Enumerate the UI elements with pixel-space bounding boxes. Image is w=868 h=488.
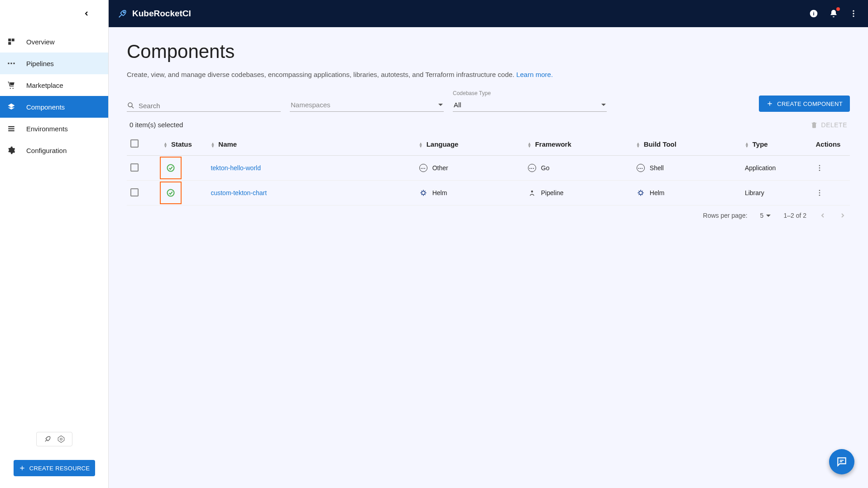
nav-marketplace[interactable]: Marketplace	[0, 74, 108, 96]
learn-more-link[interactable]: Learn more.	[516, 71, 553, 78]
other-icon: •••	[419, 163, 428, 172]
components-table: ▲▼Status ▲▼Name ▲▼Language ▲▼Framework ▲…	[127, 133, 850, 206]
header-type: Type	[753, 140, 768, 148]
chevron-down-icon	[766, 215, 771, 217]
svg-point-22	[168, 190, 174, 196]
svg-point-4	[853, 13, 854, 14]
app-header: KubeRocketCI i	[109, 0, 868, 27]
helm-icon	[419, 188, 428, 197]
brand-name: KubeRocketCI	[132, 9, 191, 19]
brand-area[interactable]: KubeRocketCI	[118, 9, 191, 19]
svg-point-28	[819, 195, 820, 196]
pipeline-fw-icon	[528, 188, 537, 197]
pipeline-icon	[6, 59, 16, 67]
framework-value: Pipeline	[541, 189, 564, 196]
sort-icon[interactable]: ▲▼	[211, 142, 215, 148]
go-icon: •••	[528, 163, 537, 172]
nav-label: Pipelines	[26, 60, 54, 67]
create-component-label: CREATE COMPONENT	[777, 100, 843, 107]
chat-icon	[836, 456, 848, 468]
sort-icon[interactable]: ▲▼	[419, 142, 423, 148]
create-resource-button[interactable]: CREATE RESOURCE	[14, 460, 95, 476]
rows-per-page-label: Rows per page:	[703, 212, 748, 219]
codebase-type-group[interactable]: Codebase Type All	[453, 90, 607, 112]
type-value: Library	[745, 189, 764, 196]
row-checkbox[interactable]	[130, 163, 139, 172]
buildtool-value: Shell	[650, 164, 664, 172]
nav-environments[interactable]: Environments	[0, 118, 108, 139]
header-buildtool: Build Tool	[644, 140, 676, 148]
header-language: Language	[427, 140, 459, 148]
trash-icon	[810, 121, 818, 129]
nav-label: Configuration	[26, 147, 67, 154]
svg-rect-10	[11, 63, 12, 64]
shell-icon: •••	[636, 163, 645, 172]
gear-icon	[6, 146, 16, 154]
svg-point-26	[819, 190, 820, 191]
pagination: Rows per page: 5 1–2 of 2	[127, 206, 850, 225]
row-actions-icon[interactable]	[815, 189, 846, 197]
nav-pipelines[interactable]: Pipelines	[0, 53, 108, 74]
sort-icon[interactable]: ▲▼	[163, 142, 168, 148]
main-content: Components Create, view, and manage dive…	[109, 27, 868, 488]
info-icon[interactable]: i	[808, 8, 819, 19]
next-page-icon[interactable]	[839, 212, 846, 219]
filter-bar: Namespaces Codebase Type All CREATE COMP…	[127, 90, 850, 112]
nav-components[interactable]: Components	[0, 96, 108, 118]
prev-page-icon[interactable]	[819, 212, 826, 219]
rocket-small-icon[interactable]	[41, 435, 54, 443]
nav-configuration[interactable]: Configuration	[0, 139, 108, 161]
svg-point-27	[819, 192, 820, 194]
chat-fab[interactable]	[829, 449, 854, 474]
header-actions: Actions	[815, 140, 840, 148]
delete-button[interactable]: DELETE	[810, 121, 847, 129]
row-actions-icon[interactable]	[815, 164, 846, 172]
page-title: Components	[127, 41, 850, 62]
table-row: custom-tekton-chart Helm Pipeline Helm L…	[127, 181, 850, 206]
sort-icon[interactable]: ▲▼	[528, 142, 532, 148]
select-all-checkbox[interactable]	[130, 139, 139, 148]
rocket-icon	[118, 9, 128, 19]
search-group	[127, 101, 281, 112]
notifications-icon[interactable]	[828, 8, 839, 19]
helm-icon	[636, 188, 645, 197]
rows-per-page-select[interactable]: 5	[760, 212, 771, 219]
svg-rect-9	[8, 63, 10, 64]
svg-point-18	[168, 165, 174, 172]
status-ok-icon	[166, 188, 175, 197]
namespaces-group[interactable]: Namespaces	[290, 98, 444, 112]
svg-text:i: i	[813, 10, 814, 16]
buildtool-value: Helm	[650, 189, 665, 196]
search-icon	[127, 101, 135, 110]
codebase-type-value: All	[454, 101, 461, 109]
language-value: Other	[432, 164, 448, 172]
svg-rect-7	[12, 38, 14, 41]
collapse-sidebar-icon[interactable]	[83, 10, 90, 17]
more-menu-icon[interactable]	[848, 8, 859, 19]
svg-point-16	[60, 438, 62, 440]
selection-bar: 0 item(s) selected DELETE	[127, 121, 850, 129]
svg-rect-12	[8, 126, 14, 127]
nav-overview[interactable]: Overview	[0, 31, 108, 53]
dashboard-icon	[6, 38, 16, 46]
framework-value: Go	[541, 164, 550, 172]
kubernetes-icon[interactable]	[55, 435, 67, 443]
sort-icon[interactable]: ▲▼	[636, 142, 640, 148]
status-ok-icon	[166, 163, 175, 172]
nav-list: Overview Pipelines Marketplace Component…	[0, 27, 108, 426]
page-description: Create, view, and manage diverse codebas…	[127, 71, 850, 78]
component-name-link[interactable]: custom-tekton-chart	[211, 189, 267, 196]
create-component-button[interactable]: CREATE COMPONENT	[759, 96, 850, 112]
svg-rect-11	[14, 63, 15, 64]
nav-label: Overview	[26, 38, 55, 46]
table-row: tekton-hello-world •••Other •••Go •••She…	[127, 156, 850, 181]
language-value: Helm	[432, 189, 447, 196]
svg-point-19	[819, 165, 820, 166]
namespaces-placeholder: Namespaces	[291, 101, 331, 109]
search-input[interactable]	[139, 102, 281, 110]
status-highlight	[160, 182, 182, 204]
sort-icon[interactable]: ▲▼	[745, 142, 749, 148]
codebase-type-label: Codebase Type	[453, 90, 607, 96]
row-checkbox[interactable]	[130, 188, 139, 196]
component-name-link[interactable]: tekton-hello-world	[211, 164, 261, 172]
